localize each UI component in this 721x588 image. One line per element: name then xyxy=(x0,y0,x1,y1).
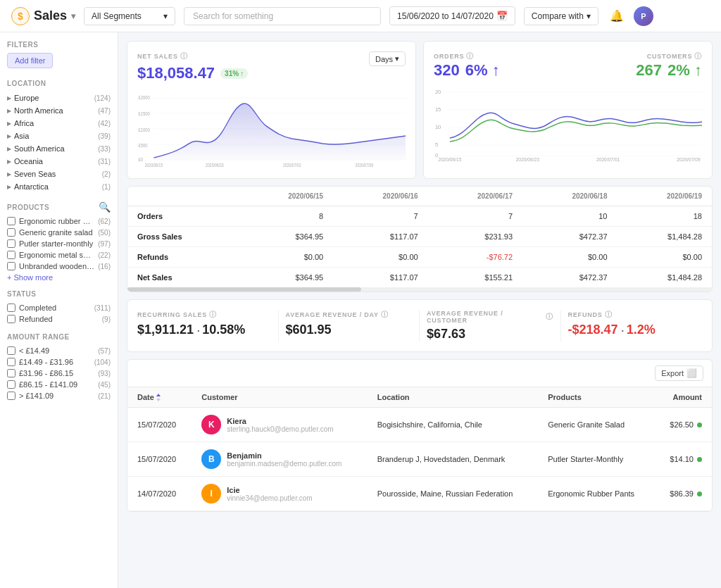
svg-text:£0: £0 xyxy=(138,156,143,162)
trans-product: Putler Starter-Monthly xyxy=(538,442,655,477)
svg-text:£500: £500 xyxy=(138,142,147,148)
segment-dropdown[interactable]: All Segments ▾ xyxy=(84,7,175,25)
table-cell: $364.95 xyxy=(239,268,333,288)
export-icon: ⬜ xyxy=(686,368,697,378)
customer-avatar: B xyxy=(201,449,221,469)
avatar[interactable]: P xyxy=(634,6,653,26)
trans-column-header[interactable]: Date xyxy=(127,387,192,408)
notification-icon[interactable]: 🔔 xyxy=(607,6,627,26)
status-item[interactable]: Completed(311) xyxy=(7,302,111,313)
days-dropdown[interactable]: Days ▾ xyxy=(369,51,406,66)
amount-item[interactable]: £86.15 - £141.09(45) xyxy=(7,379,111,390)
customers-value-group: 267 2% ↑ xyxy=(636,61,702,80)
trans-amount: $86.39 xyxy=(655,477,712,511)
orders-info-icon[interactable]: ⓘ xyxy=(466,51,474,61)
trans-column-header: Customer xyxy=(192,387,367,408)
refunds-value: -$218.47 · 1.2% xyxy=(568,323,696,337)
location-item[interactable]: ▶Antarctica(1) xyxy=(7,180,111,193)
products-search-icon[interactable]: 🔍 xyxy=(99,201,111,213)
amount-status-dot xyxy=(697,457,702,462)
trans-location: Branderup J, Hovedstaden, Denmark xyxy=(368,442,538,477)
trans-amount: $26.50 xyxy=(655,408,712,442)
customers-metric-group: CUSTOMERS ⓘ 267 2% ↑ xyxy=(636,51,702,80)
product-item[interactable]: Putler starter-monthly(97) xyxy=(7,238,111,249)
customer-email: benjamin.madsen@demo.putler.com xyxy=(227,460,341,468)
table-row-label: Refunds xyxy=(127,247,239,268)
product-item[interactable]: Generic granite salad(50) xyxy=(7,227,111,238)
avg-revenue-customer-info-icon[interactable]: ⓘ xyxy=(546,312,553,322)
location-item[interactable]: ▶Oceania(31) xyxy=(7,155,111,168)
scrollbar-thumb xyxy=(127,287,361,292)
table-scrollbar[interactable] xyxy=(127,287,712,292)
product-item[interactable]: Ergonomic metal shoes(22) xyxy=(7,249,111,261)
date-range-picker[interactable]: 15/06/2020 to 14/07/2020 📅 xyxy=(389,6,515,25)
location-item[interactable]: ▶Seven Seas(2) xyxy=(7,168,111,180)
show-more-link[interactable]: + Show more xyxy=(7,273,111,282)
product-item[interactable]: Unbranded wooden s...(16) xyxy=(7,261,111,272)
customers-info-icon[interactable]: ⓘ xyxy=(694,51,702,61)
net-sales-info-icon[interactable]: ⓘ xyxy=(180,51,188,61)
transactions-header: Export ⬜ xyxy=(127,360,712,387)
export-button[interactable]: Export ⬜ xyxy=(655,365,703,381)
table-cell: 18 xyxy=(617,206,713,227)
table-cell: $1,484.28 xyxy=(617,268,713,288)
amount-item[interactable]: £31.96 - £86.15(93) xyxy=(7,368,111,379)
trans-date: 14/07/2020 xyxy=(127,477,192,511)
table-cell: $1,484.28 xyxy=(617,227,713,247)
svg-text:2020/06/15: 2020/06/15 xyxy=(438,157,462,162)
recurring-sales-value: $1,911.21 · 10.58% xyxy=(137,323,271,337)
table-column-header: 2020/06/18 xyxy=(522,187,617,206)
location-item[interactable]: ▶South America(33) xyxy=(7,142,111,155)
orders-customers-top: ORDERS ⓘ 320 6% ↑ CUST xyxy=(434,51,702,80)
avg-revenue-day-info-icon[interactable]: ⓘ xyxy=(381,310,389,320)
table-column-header: 2020/06/19 xyxy=(617,187,713,206)
amount-item[interactable]: > £141.09(21) xyxy=(7,390,111,401)
recurring-sales-info-icon[interactable]: ⓘ xyxy=(209,310,217,320)
location-item[interactable]: ▶Europe(124) xyxy=(7,92,111,104)
svg-text:2020/06/15: 2020/06/15 xyxy=(145,162,163,168)
location-item[interactable]: ▶Asia(39) xyxy=(7,130,111,142)
status-item[interactable]: Refunded(9) xyxy=(7,313,111,325)
table-column-header xyxy=(127,187,239,206)
page-title-group: $ Sales ▾ xyxy=(11,7,75,25)
trans-date: 15/07/2020 xyxy=(127,442,192,477)
recurring-sales-stat: RECURRING SALES ⓘ $1,911.21 · 10.58% xyxy=(137,310,279,342)
table-column-header: 2020/06/16 xyxy=(333,187,427,206)
product-item[interactable]: Ergonomic rubber pants(62) xyxy=(7,215,111,227)
amount-item[interactable]: £14.49 - £31.96(104) xyxy=(7,356,111,368)
svg-text:2020/07/01: 2020/07/01 xyxy=(283,162,301,168)
net-sales-badge: 31% ↑ xyxy=(220,68,248,79)
svg-text:£1500: £1500 xyxy=(138,111,149,116)
customer-name: Benjamin xyxy=(227,451,341,460)
table-row-label: Net Sales xyxy=(127,268,239,288)
table-row-label: Orders xyxy=(127,206,239,227)
compare-dropdown[interactable]: Compare with ▾ xyxy=(524,7,598,25)
avg-revenue-customer-stat: AVERAGE REVENUE / CUSTOMER ⓘ $67.63 xyxy=(420,310,561,342)
date-sort[interactable]: Date xyxy=(137,393,182,401)
table-cell: $0.00 xyxy=(617,247,713,268)
location-item[interactable]: ▶North America(47) xyxy=(7,104,111,117)
header-icons-group: 🔔 P xyxy=(607,6,653,26)
table-cell: 8 xyxy=(239,206,333,227)
location-item[interactable]: ▶Africa(42) xyxy=(7,117,111,130)
svg-text:10: 10 xyxy=(435,124,441,130)
add-filter-button[interactable]: Add filter xyxy=(7,53,53,68)
customers-label: CUSTOMERS ⓘ xyxy=(636,51,702,61)
refunds-stat: REFUNDS ⓘ -$218.47 · 1.2% xyxy=(561,310,703,342)
net-sales-label-group: NET SALES ⓘ $18,058.47 31% ↑ xyxy=(137,51,248,85)
page-title: Sales xyxy=(34,8,67,23)
svg-text:2020/06/23: 2020/06/23 xyxy=(206,162,224,168)
trans-product: Ergonomic Rubber Pants xyxy=(538,477,655,511)
net-sales-chart-card: NET SALES ⓘ $18,058.47 31% ↑ Days xyxy=(127,41,416,179)
svg-text:15: 15 xyxy=(435,106,441,113)
title-chevron-icon[interactable]: ▾ xyxy=(71,11,75,21)
app-header: $ Sales ▾ All Segments ▾ Search for some… xyxy=(0,0,721,32)
table-cell: $472.37 xyxy=(522,268,617,288)
sales-icon: $ xyxy=(11,7,30,25)
global-search-input[interactable]: Search for something xyxy=(184,7,381,25)
refunds-info-icon[interactable]: ⓘ xyxy=(605,310,613,320)
stats-row: RECURRING SALES ⓘ $1,911.21 · 10.58% AVE… xyxy=(127,299,713,352)
amount-item[interactable]: < £14.49(57) xyxy=(7,345,111,356)
table-cell: 7 xyxy=(428,206,522,227)
avg-revenue-day-stat: AVERAGE REVENUE / DAY ⓘ $601.95 xyxy=(279,310,420,342)
